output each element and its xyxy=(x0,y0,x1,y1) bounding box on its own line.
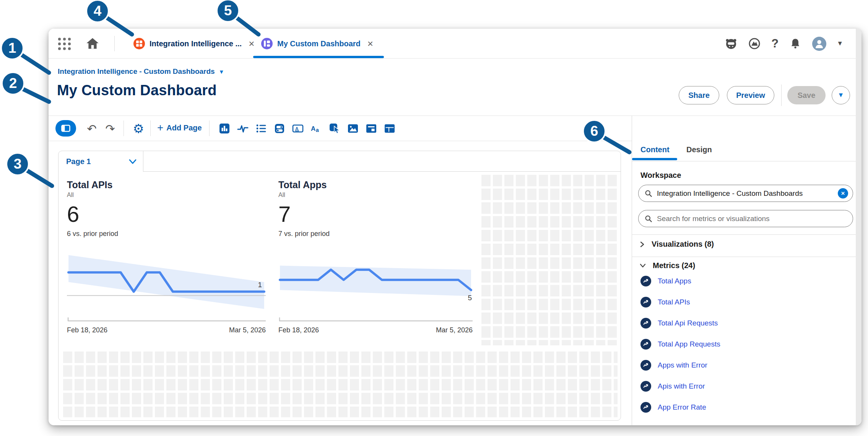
bar-chart-icon[interactable] xyxy=(218,122,231,135)
app-launcher-icon[interactable] xyxy=(57,37,72,50)
metric-label: Total Apps xyxy=(658,277,691,285)
metric-label: Total Api Requests xyxy=(658,319,718,327)
sparkline-chart: 1 xyxy=(67,248,266,324)
page-tab-label: Page 1 xyxy=(66,157,128,166)
table-icon[interactable] xyxy=(384,122,396,135)
line-chart-icon[interactable] xyxy=(237,122,249,135)
header-divider xyxy=(114,36,115,51)
image-icon[interactable] xyxy=(347,122,359,135)
callout-badge-2: 2 xyxy=(1,72,25,95)
user-avatar[interactable] xyxy=(812,37,826,51)
metrics-search-input[interactable] xyxy=(657,215,848,223)
toggle-icon[interactable] xyxy=(273,122,286,135)
save-button[interactable]: Save xyxy=(787,86,826,104)
panel-active-tab-underline xyxy=(632,158,677,160)
metric-trend-icon xyxy=(640,318,651,329)
scorecard-icon[interactable] xyxy=(365,122,377,135)
chart-date-axis: Feb 18, 2026 Mar 5, 2026 xyxy=(67,326,266,334)
widget-comparison: 7 vs. prior period xyxy=(278,230,473,238)
trailhead-icon[interactable] xyxy=(748,37,761,50)
metrics-section-header[interactable]: Metrics (24) xyxy=(639,261,695,270)
callout-badge-3: 3 xyxy=(6,152,29,176)
metric-label: Apps with Error xyxy=(658,361,707,369)
tab-label: My Custom Dashboard xyxy=(277,39,361,48)
chevron-down-icon[interactable] xyxy=(128,159,137,164)
list-icon[interactable] xyxy=(255,122,267,135)
workspace-input[interactable] xyxy=(657,189,833,198)
search-icon xyxy=(645,190,652,197)
metric-item[interactable]: App Error Rate xyxy=(640,397,855,418)
sparkline-chart: 5 xyxy=(278,248,473,324)
metric-item[interactable]: Total App Requests xyxy=(640,334,855,355)
user-menu-caret-icon[interactable]: ▼ xyxy=(837,40,843,47)
svg-text:A: A xyxy=(311,125,315,132)
preview-button[interactable]: Preview xyxy=(727,86,774,104)
callout-badge-1: 1 xyxy=(0,36,24,60)
metric-trend-icon xyxy=(640,402,651,413)
widget-total-apis[interactable]: Total APIs All 6 6 vs. prior period 1 Fe… xyxy=(67,175,266,334)
section-divider xyxy=(632,234,856,235)
redo-icon[interactable]: ↷ xyxy=(104,122,117,135)
metric-trend-icon xyxy=(640,339,651,350)
toggle-panel-button[interactable] xyxy=(55,120,76,137)
metric-trend-icon xyxy=(640,360,651,371)
tab-design[interactable]: Design xyxy=(686,145,712,154)
close-icon[interactable]: × xyxy=(367,39,373,49)
save-menu-button[interactable]: ▼ xyxy=(832,86,850,104)
breadcrumb[interactable]: Integration Intelligence - Custom Dashbo… xyxy=(58,67,224,76)
callout-badge-6: 6 xyxy=(582,119,606,143)
notifications-bell-icon[interactable] xyxy=(789,37,802,50)
click-button-icon[interactable] xyxy=(328,122,341,135)
input-box-icon[interactable]: A xyxy=(292,122,304,135)
tab-integration-intelligence[interactable]: Integration Intelligence ... × xyxy=(133,29,254,59)
metric-item[interactable]: Total APIs xyxy=(640,291,855,312)
start-date: Feb 18, 2026 xyxy=(278,326,319,334)
toolbar-divider xyxy=(124,120,124,136)
end-date: Mar 5, 2026 xyxy=(229,326,266,334)
chart-end-label: 1 xyxy=(258,281,262,289)
toolbar-bottom-border xyxy=(49,141,632,141)
widget-filter: All xyxy=(67,192,266,198)
metric-trend-icon xyxy=(640,297,651,307)
metrics-search-box[interactable] xyxy=(638,210,853,227)
widget-title: Total Apps xyxy=(278,175,473,190)
undo-icon[interactable]: ↶ xyxy=(85,122,98,135)
page-tab[interactable]: Page 1 xyxy=(59,151,143,172)
page-tab-row: Page 1 xyxy=(59,151,621,172)
canvas-grid xyxy=(63,351,618,417)
share-button[interactable]: Share xyxy=(679,86,719,104)
metric-label: Apis with Error xyxy=(658,382,705,390)
text-icon[interactable]: Aa xyxy=(310,122,322,135)
header-utilities: ? ▼ xyxy=(725,29,843,59)
workspace-combobox[interactable]: × xyxy=(638,185,853,202)
clear-icon[interactable]: × xyxy=(838,188,848,198)
breadcrumb-caret-icon[interactable]: ▼ xyxy=(219,68,224,75)
panel-scrollbar[interactable] xyxy=(856,29,861,425)
metric-trend-icon xyxy=(640,381,651,392)
chevron-right-icon xyxy=(639,241,645,248)
panel-divider xyxy=(632,116,632,425)
start-date: Feb 18, 2026 xyxy=(67,326,107,334)
settings-gear-icon[interactable]: ⚙ xyxy=(132,122,145,135)
end-date: Mar 5, 2026 xyxy=(436,326,473,334)
widget-value: 6 xyxy=(67,203,266,225)
widget-total-apps[interactable]: Total Apps All 7 7 vs. prior period 5 Fe… xyxy=(278,175,473,334)
assistant-mascot-icon[interactable] xyxy=(725,37,738,50)
widget-comparison: 6 vs. prior period xyxy=(67,230,266,238)
builder-toolbar: ↶ ↷ ⚙ + Add Page A xyxy=(49,116,632,141)
close-icon[interactable]: × xyxy=(249,39,254,49)
chart-end-label: 5 xyxy=(468,294,472,302)
visualizations-section-header[interactable]: Visualizations (8) xyxy=(639,240,714,249)
metric-item[interactable]: Apis with Error xyxy=(640,376,855,397)
home-icon[interactable] xyxy=(85,36,100,51)
tab-my-custom-dashboard[interactable]: My Custom Dashboard × xyxy=(261,29,373,59)
breadcrumb-label[interactable]: Integration Intelligence - Custom Dashbo… xyxy=(58,67,215,76)
metric-item[interactable]: Apps with Error xyxy=(640,355,855,376)
add-page-button[interactable]: + Add Page xyxy=(157,122,202,133)
metric-item[interactable]: Total Apps xyxy=(640,270,855,291)
tab-content[interactable]: Content xyxy=(640,145,670,154)
toolbar-divider xyxy=(209,120,210,136)
metric-item[interactable]: Total Api Requests xyxy=(640,312,855,334)
help-icon[interactable]: ? xyxy=(771,37,779,50)
sparkline-svg xyxy=(278,248,473,324)
